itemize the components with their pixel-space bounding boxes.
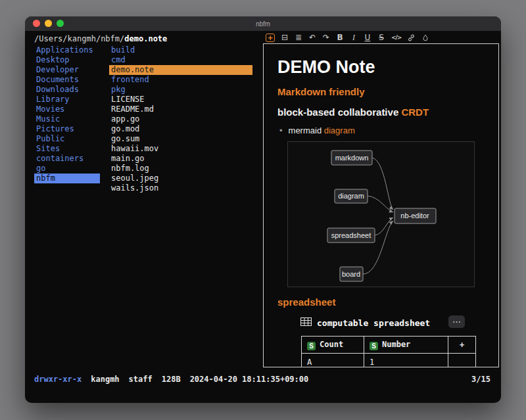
table-cell [448, 354, 476, 368]
crdt-accent: CRDT [401, 106, 429, 118]
table-cell: 1 [364, 354, 448, 368]
file-item[interactable]: nbfm [34, 174, 100, 183]
flame-icon[interactable] [421, 33, 429, 42]
diagram-link: diagram [324, 126, 355, 135]
note-subtitle-block: block-based collaborative CRDT [277, 106, 429, 118]
file-item[interactable]: pkg [109, 85, 252, 95]
column-header-count: SCount [302, 337, 364, 354]
file-item[interactable]: Pictures [34, 124, 100, 134]
svg-text:diagram: diagram [338, 192, 364, 200]
bold-icon[interactable]: B [336, 33, 344, 42]
file-item[interactable]: app.go [109, 114, 252, 124]
status-permissions: drwxr-xr-x [34, 375, 82, 384]
editor-toolbar: + ⊟ ≣ ↶ ↷ B I U S </> [266, 32, 429, 43]
code-icon[interactable]: </> [391, 33, 401, 42]
breadcrumb: /Users/kangmh/nbfm/demo.note [34, 34, 167, 43]
path-current-file: demo.note [124, 34, 167, 43]
file-item[interactable]: go [34, 164, 100, 174]
status-owner: kangmh [91, 375, 119, 384]
diagram-node-spreadsheet: spreadsheet [327, 228, 375, 243]
table-icon [300, 317, 312, 329]
spreadsheet-block-title: computable spreadsheet [300, 317, 430, 329]
preview-pane: DEMO Note Markdown friendly block-based … [263, 43, 499, 367]
file-item[interactable]: Downloads [34, 85, 100, 95]
diagram-node-nb-editor: nb-editor [394, 208, 436, 223]
file-item[interactable]: containers [34, 154, 100, 164]
status-position: 3/15 [471, 375, 490, 384]
zoom-button[interactable] [57, 20, 64, 27]
spreadsheet-table: SCount SNumber + A 1 [301, 336, 476, 367]
file-item[interactable]: cmd [109, 55, 252, 65]
add-column-button[interactable]: + [448, 337, 476, 354]
file-item[interactable]: wails.json [109, 183, 252, 193]
status-size: 128B [162, 375, 181, 384]
status-bar: drwxr-xr-x kangmh staff 128B 2024-04-20 … [34, 375, 490, 384]
underline-icon[interactable]: U [364, 33, 371, 42]
note-title: DEMO Note [277, 57, 375, 78]
svg-text:markdown: markdown [335, 154, 369, 162]
italic-icon[interactable]: I [350, 33, 358, 42]
app-window: nbfm /Users/kangmh/nbfm/demo.note + ⊟ ≣ … [25, 16, 501, 403]
file-item[interactable]: demo.note [109, 65, 252, 75]
bullet-marker: • [279, 126, 283, 135]
spreadsheet-label: computable spreadsheet [317, 318, 430, 328]
file-item[interactable]: Movies [34, 105, 100, 114]
file-item[interactable]: Desktop [34, 55, 100, 65]
status-group: staff [129, 375, 153, 384]
file-list-parent: ApplicationsDesktopDeveloperDocumentsDow… [34, 45, 100, 183]
file-item[interactable]: LICENSE [109, 95, 252, 105]
titlebar: nbfm [25, 16, 501, 31]
path-prefix: /Users/kangmh/nbfm/ [34, 34, 124, 43]
checklist-icon[interactable]: ⊟ [281, 33, 289, 42]
svg-text:spreadsheet: spreadsheet [331, 231, 371, 239]
sum-badge-icon: S [307, 342, 316, 350]
file-item[interactable]: README.md [109, 105, 252, 114]
mermaid-diagram: markdown diagram spreadsheet board nb-ed… [287, 141, 475, 287]
sum-badge-icon: S [370, 342, 378, 350]
window-title: nbfm [256, 20, 270, 28]
traffic-lights [33, 20, 64, 27]
file-item[interactable]: Music [34, 114, 100, 124]
file-item[interactable]: seoul.jpeg [109, 174, 252, 183]
file-item[interactable]: Developer [34, 65, 100, 75]
svg-text:board: board [342, 270, 360, 278]
table-cell: A [302, 354, 364, 368]
file-item[interactable]: Library [34, 95, 100, 105]
file-item[interactable]: frontend [109, 75, 252, 85]
diagram-node-diagram: diagram [335, 189, 368, 203]
file-item[interactable]: Applications [34, 45, 100, 55]
diagram-node-markdown: markdown [331, 151, 372, 165]
file-item[interactable]: build [109, 45, 252, 55]
list-icon[interactable]: ≣ [295, 33, 302, 42]
file-item[interactable]: Documents [34, 75, 100, 85]
file-item[interactable]: go.mod [109, 124, 252, 134]
file-item[interactable]: nbfm.log [109, 164, 252, 174]
file-item[interactable]: main.go [109, 154, 252, 164]
diagram-node-board: board [340, 267, 363, 281]
close-button[interactable] [33, 20, 40, 27]
add-block-icon[interactable]: + [266, 34, 275, 42]
more-options-button[interactable]: ⋯ [448, 315, 465, 328]
file-list-current: buildcmddemo.notefrontendpkgLICENSEREADM… [109, 45, 252, 193]
file-item[interactable]: hawaii.mov [109, 144, 252, 154]
note-subtitle-markdown: Markdown friendly [277, 86, 365, 97]
link-icon[interactable] [407, 33, 416, 42]
bullet-item: •mermaid diagram [279, 126, 355, 135]
file-item[interactable]: go.sum [109, 134, 252, 144]
status-modified: 2024-04-20 18:11:35+09:00 [190, 375, 309, 384]
file-item[interactable]: Public [34, 134, 100, 144]
strikethrough-icon[interactable]: S [377, 33, 385, 42]
file-item[interactable]: Sites [34, 144, 100, 154]
minimize-button[interactable] [45, 20, 52, 27]
svg-text:nb-editor: nb-editor [400, 212, 429, 220]
table-row: A 1 [302, 354, 476, 368]
undo-icon[interactable]: ↶ [308, 33, 316, 42]
column-header-number: SNumber [364, 337, 448, 354]
redo-icon[interactable]: ↷ [322, 33, 330, 42]
spreadsheet-heading: spreadsheet [277, 296, 335, 308]
